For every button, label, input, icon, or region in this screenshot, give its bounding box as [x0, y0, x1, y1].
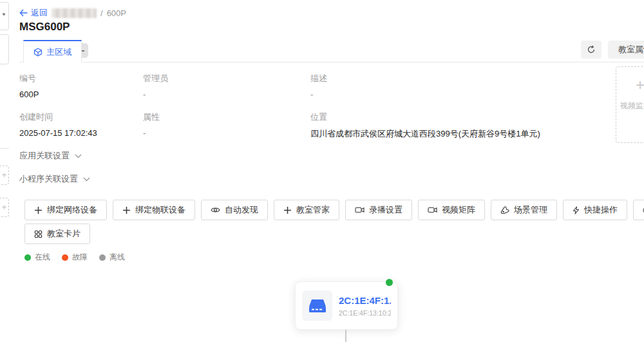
video-monitor-label: 视频监控 [620, 100, 644, 111]
field-label: 管理员 [143, 73, 298, 84]
device-node-card[interactable]: 2C:1E:4F:1... 2C:1E:4F:13:10:2C [295, 281, 398, 330]
redacted-breadcrumb-segment [52, 8, 97, 18]
topology-connector-line [345, 330, 346, 342]
left-strip-divider [0, 148, 9, 149]
breadcrumb-separator: / [100, 8, 103, 18]
tab-main-area[interactable]: 主区域 [23, 40, 82, 62]
page-title: MSG600P [19, 21, 70, 33]
tab-bar: 主区域 教室属性 [19, 40, 644, 62]
breadcrumb-current: 600P [107, 8, 126, 18]
toolbar-row-1: 绑定网络设备 绑定物联设备 自动发现 教室管家 录播设置 视频矩阵 [24, 200, 644, 223]
legend-label: 在线 [35, 252, 50, 263]
scene-management-button[interactable]: 场景管理 [491, 200, 557, 220]
thumbnail-dot-icon [3, 13, 5, 15]
grid-icon [34, 230, 43, 238]
field-value: 四川省成都市武侯区府城大道西段399号(天府新谷9号楼1单元) [310, 128, 581, 140]
legend-fault: 故障 [62, 252, 88, 263]
button-label: 绑定物联设备 [135, 204, 185, 216]
status-legend: 在线 故障 离线 [24, 252, 125, 263]
server-icon [308, 298, 327, 314]
collapse-label: 应用关联设置 [19, 150, 70, 162]
video-camera-icon [428, 206, 437, 214]
field-label: 属性 [143, 111, 298, 123]
recording-settings-button[interactable]: 录播设置 [345, 200, 412, 220]
button-label: 绑定网络设备 [47, 204, 97, 216]
online-status-dot [386, 279, 393, 286]
lightning-icon [573, 206, 580, 214]
left-strip-thumbnail[interactable] [0, 2, 9, 30]
refresh-button[interactable] [581, 41, 601, 59]
video-matrix-button[interactable]: 视频矩阵 [418, 200, 485, 220]
button-label: 场景管理 [514, 204, 547, 216]
auto-discover-button[interactable]: 自动发现 [201, 200, 268, 220]
chevron-down-icon [83, 177, 90, 182]
eye-icon [211, 206, 220, 214]
legend-label: 故障 [72, 252, 88, 263]
tab-label: 主区域 [46, 46, 71, 58]
field-value: - [310, 90, 465, 99]
field-location: 位置 四川省成都市武侯区府城大道西段399号(天府新谷9号楼1单元) [310, 111, 581, 140]
plus-icon [122, 206, 131, 214]
toolbar-row-2: 教室卡片 [24, 223, 90, 244]
back-link[interactable]: 返回 [19, 7, 48, 19]
classroom-card-button[interactable]: 教室卡片 [24, 223, 90, 244]
breadcrumb: 返回 / 600P [19, 7, 126, 19]
bind-network-device-button[interactable]: 绑定网络设备 [24, 200, 107, 220]
back-arrow-icon [19, 9, 28, 17]
plus-icon: + [636, 76, 644, 94]
device-icon-box [302, 290, 332, 321]
chevron-down-icon [75, 154, 82, 158]
button-label: 视频矩阵 [442, 204, 475, 216]
plus-icon [34, 206, 43, 214]
field-value: - [143, 128, 298, 138]
button-label: 教室卡片 [47, 228, 80, 240]
cube-icon [33, 48, 43, 57]
classroom-properties-label: 教室属性 [618, 44, 644, 55]
offline-dot-icon [99, 254, 106, 261]
button-label: 录播设置 [369, 204, 402, 216]
legend-online: 在线 [24, 252, 50, 263]
refresh-icon [587, 45, 596, 54]
scene-icon [500, 206, 509, 214]
video-monitor-add-panel[interactable]: + 视频监控 [616, 66, 644, 143]
field-label: 描述 [310, 73, 465, 84]
plus-icon [283, 206, 292, 214]
app-association-settings-toggle[interactable]: 应用关联设置 [19, 150, 82, 162]
collapse-label: 小程序关联设置 [19, 173, 78, 185]
legend-label: 离线 [109, 252, 125, 263]
device-title: 2C:1E:4F:1... [339, 295, 391, 306]
button-label: 教室管家 [296, 204, 330, 216]
switch-group-button[interactable]: 开关组 [633, 200, 644, 220]
button-label: 自动发现 [225, 204, 258, 216]
device-detail-page: { "colors": { "accent_blue": "#3b71f2", … [0, 0, 644, 342]
left-strip-thumbnail[interactable] [0, 34, 9, 64]
field-admin: 管理员 - [143, 73, 298, 99]
device-mac-address: 2C:1E:4F:13:10:2C [339, 309, 391, 317]
field-attribute: 属性 - [143, 111, 298, 138]
field-value: - [143, 90, 298, 99]
miniprogram-association-settings-toggle[interactable]: 小程序关联设置 [19, 173, 90, 185]
fault-dot-icon [62, 254, 68, 261]
video-camera-icon [355, 206, 365, 214]
legend-offline: 离线 [99, 252, 125, 263]
device-texts: 2C:1E:4F:1... 2C:1E:4F:13:10:2C [339, 295, 391, 317]
quick-actions-button[interactable]: 快捷操作 [563, 200, 627, 220]
classroom-steward-button[interactable]: 教室管家 [274, 200, 339, 220]
left-strip-add-button[interactable]: + [0, 198, 9, 217]
classroom-properties-button[interactable]: 教室属性 [608, 41, 644, 59]
field-label: 位置 [310, 111, 581, 123]
online-dot-icon [24, 254, 31, 261]
button-label: 快捷操作 [584, 204, 618, 216]
left-strip-add-button[interactable]: + [0, 166, 9, 185]
field-description: 描述 - [310, 73, 465, 99]
bind-iot-device-button[interactable]: 绑定物联设备 [113, 200, 195, 220]
back-label: 返回 [31, 7, 48, 19]
